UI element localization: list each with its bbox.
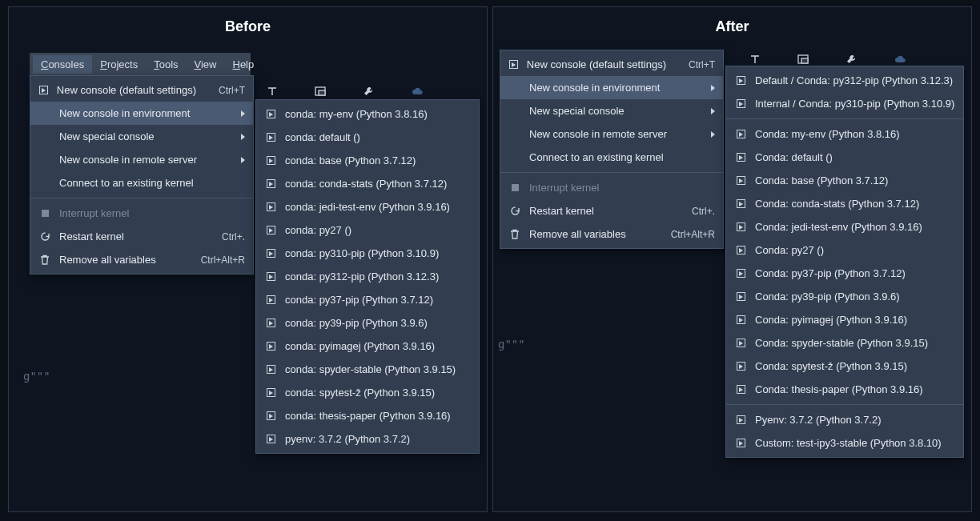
menu-item-label: New console in remote server [59, 154, 233, 166]
env-item[interactable]: conda: conda-stats (Python 3.7.12) [256, 172, 479, 195]
env-item-label: conda: spyder-stable (Python 3.9.15) [285, 363, 471, 375]
menu-item[interactable]: New console in environment [30, 102, 253, 125]
menu-item-label: Restart kernel [529, 205, 669, 217]
console-icon [734, 439, 747, 447]
menubar-item-consoles[interactable]: Consoles [33, 55, 92, 74]
console-icon [38, 86, 49, 94]
menu-item[interactable]: Remove all variablesCtrl+Alt+R [500, 222, 723, 246]
submenu-arrow-icon [711, 105, 715, 117]
env-item[interactable]: Custom: test-ipy3-stable (Python 3.8.10) [726, 431, 963, 455]
env-item[interactable]: conda: py37-pip (Python 3.7.12) [256, 288, 479, 311]
env-item[interactable]: conda: py39-pip (Python 3.9.6) [256, 311, 479, 335]
env-item-label: Internal / Conda: py310-pip (Python 3.10… [755, 98, 955, 110]
menu-item[interactable]: Connect to an existing kernel [30, 171, 253, 194]
window-icon[interactable] [797, 54, 809, 66]
env-item[interactable]: conda: py310-pip (Python 3.10.9) [256, 242, 479, 265]
submenu-arrow-icon [241, 130, 245, 142]
env-item[interactable]: conda: spyder-stable (Python 3.9.15) [256, 358, 479, 381]
wrench-icon[interactable] [845, 54, 857, 67]
env-item[interactable]: Conda: pyimagej (Python 3.9.16) [726, 308, 963, 331]
env-submenu-after: Default / Conda: py312-pip (Python 3.12.… [725, 66, 964, 458]
env-item[interactable]: Internal / Conda: py310-pip (Python 3.10… [726, 92, 963, 115]
console-icon [264, 342, 277, 351]
menubar-item-help[interactable]: Help [224, 55, 262, 74]
env-item-label: conda: my-env (Python 3.8.16) [285, 108, 471, 120]
env-item-label: Conda: thesis-paper (Python 3.9.16) [755, 383, 955, 395]
menu-item[interactable]: New console in environment [500, 76, 723, 99]
menubar-item-tools[interactable]: Tools [146, 55, 186, 74]
cloud-icon[interactable] [411, 86, 424, 98]
env-item[interactable]: Conda: jedi-test-env (Python 3.9.16) [726, 215, 963, 238]
submenu-arrow-icon [711, 82, 715, 94]
env-item[interactable]: Conda: py27 () [726, 238, 963, 262]
console-icon [734, 339, 747, 347]
svg-rect-1 [319, 90, 325, 95]
console-icon [734, 362, 747, 371]
menubar-item-projects[interactable]: Projects [92, 55, 146, 74]
console-icon [508, 60, 519, 69]
menu-item[interactable]: New console in remote server [30, 148, 253, 171]
console-icon [734, 199, 747, 208]
env-item[interactable]: Conda: thesis-paper (Python 3.9.16) [726, 378, 963, 401]
env-item[interactable]: conda: default () [256, 126, 479, 149]
env-item[interactable]: Pyenv: 3.7.2 (Python 3.7.2) [726, 408, 963, 431]
console-icon [264, 133, 277, 142]
env-item[interactable]: conda: my-env (Python 3.8.16) [256, 102, 479, 126]
env-item[interactable]: conda: pyimagej (Python 3.9.16) [256, 335, 479, 358]
env-item-label: conda: py27 () [285, 224, 471, 236]
menu-item[interactable]: New console (default settings)Ctrl+T [30, 78, 253, 102]
env-item[interactable]: conda: base (Python 3.7.12) [256, 149, 479, 172]
console-icon [734, 222, 747, 231]
menu-item: Interrupt kernel [500, 176, 723, 199]
menu-item[interactable]: New special console [30, 125, 253, 148]
env-item[interactable]: conda: py312-pip (Python 3.12.3) [256, 265, 479, 288]
cloud-icon[interactable] [894, 54, 906, 66]
after-panel: After g""" New console (default settings… [492, 6, 972, 512]
env-item-label: conda: py39-pip (Python 3.9.6) [285, 317, 471, 329]
menu-item-label: Interrupt kernel [529, 182, 715, 194]
env-item[interactable]: conda: jedi-test-env (Python 3.9.16) [256, 195, 479, 218]
env-item[interactable]: pyenv: 3.7.2 (Python 3.7.2) [256, 427, 479, 451]
menu-item[interactable]: New console (default settings)Ctrl+T [500, 53, 723, 76]
background-code-text: g""" [498, 338, 525, 351]
console-icon [264, 388, 277, 397]
env-item[interactable]: conda: spytest-ž (Python 3.9.15) [256, 381, 479, 404]
menu-item[interactable]: Connect to an existing kernel [500, 146, 723, 169]
env-item[interactable]: Conda: default () [726, 146, 963, 169]
stop-icon [508, 184, 521, 191]
env-item[interactable]: Default / Conda: py312-pip (Python 3.12.… [726, 69, 963, 92]
menu-item[interactable]: New special console [500, 99, 723, 122]
env-item-label: Default / Conda: py312-pip (Python 3.12.… [755, 74, 955, 86]
env-item[interactable]: Conda: py39-pip (Python 3.9.6) [726, 285, 963, 308]
env-item[interactable]: Conda: spytest-ž (Python 3.9.15) [726, 355, 963, 378]
env-item[interactable]: Conda: base (Python 3.7.12) [726, 169, 963, 192]
menu-item-label: Restart kernel [59, 230, 199, 242]
env-item[interactable]: conda: py27 () [256, 218, 479, 242]
env-item-label: conda: thesis-paper (Python 3.9.16) [285, 410, 471, 422]
reload-icon [508, 206, 521, 216]
env-item[interactable]: conda: thesis-paper (Python 3.9.16) [256, 404, 479, 427]
env-item-label: Conda: py39-pip (Python 3.9.6) [755, 291, 955, 303]
menu-item[interactable]: Restart kernelCtrl+. [30, 225, 253, 248]
type-icon[interactable] [749, 54, 761, 67]
console-icon [264, 365, 277, 374]
menu-item[interactable]: New console in remote server [500, 122, 723, 146]
type-icon[interactable] [267, 86, 278, 99]
menu-item[interactable]: Remove all variablesCtrl+Alt+R [30, 248, 253, 271]
menubar: ConsolesProjectsToolsViewHelp [30, 53, 251, 75]
env-item-label: Custom: test-ipy3-stable (Python 3.8.10) [755, 437, 955, 449]
window-icon[interactable] [315, 86, 326, 98]
env-item[interactable]: Conda: py37-pip (Python 3.7.12) [726, 262, 963, 285]
wrench-icon[interactable] [363, 86, 374, 99]
before-title: Before [9, 7, 487, 50]
console-icon [264, 249, 277, 258]
menu-shortcut: Ctrl+Alt+R [657, 229, 715, 240]
env-item[interactable]: Conda: my-env (Python 3.8.16) [726, 122, 963, 146]
menu-item-label: New special console [59, 130, 233, 142]
menu-item[interactable]: Restart kernelCtrl+. [500, 199, 723, 222]
env-item[interactable]: Conda: spyder-stable (Python 3.9.15) [726, 331, 963, 355]
console-icon [264, 435, 277, 443]
env-item-label: pyenv: 3.7.2 (Python 3.7.2) [285, 433, 471, 445]
env-item[interactable]: Conda: conda-stats (Python 3.7.12) [726, 192, 963, 215]
menubar-item-view[interactable]: View [187, 55, 225, 74]
